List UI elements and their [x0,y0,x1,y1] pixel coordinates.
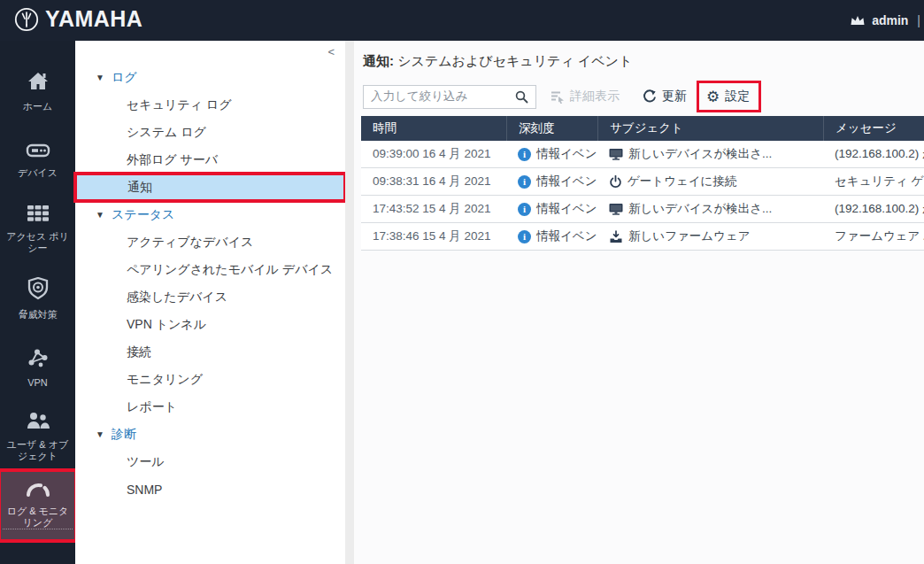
menu-item-reports[interactable]: レポート [75,393,345,421]
sidebar-item-label: ログ & モニタリング [3,506,73,529]
refresh-icon [643,89,657,104]
monitor-icon [609,148,623,160]
main-content: 通知: システムおよびセキュリティ イベント 入力して絞り込み [354,41,924,564]
sidebar-item-label: デバイス [18,167,58,179]
column-header-severity[interactable]: 深刻度 [506,116,597,141]
info-icon: i [518,203,531,216]
menu-section-diagnostics[interactable]: ▼ 診断 [75,421,345,448]
menu-item-paired-mobile-devices[interactable]: ペアリングされたモバイル デバイス [75,256,345,283]
info-icon: i [518,175,531,189]
table-row[interactable]: 17:38:46 15 4 月 2021 i 情報イベント 新しいファームウェア… [361,223,924,251]
users-icon [26,411,50,433]
grid-icon [27,205,50,225]
crown-icon [850,14,866,27]
secondary-menu: < ▼ ログ セキュリティ ログ システム ログ 外部ログ サーバ 通知 ▼ ス… [75,41,345,564]
column-header-subject[interactable]: サブジェクト [597,116,823,141]
sidebar-item-label: VPN [27,377,48,389]
filter-placeholder: 入力して絞り込み [371,89,515,104]
triangle-down-icon: ▼ [96,210,112,220]
table-row[interactable]: 09:39:00 16 4 月 2021 i 情報イベント 新しいデバイスが検出… [361,141,924,168]
menu-item-security-log[interactable]: セキュリティ ログ [75,91,345,119]
triangle-down-icon: ▼ [96,73,112,82]
sidebar-item-vpn[interactable]: VPN [0,333,75,402]
firmware-download-icon [609,230,623,243]
main-sidebar: ホーム デバイス アクセス ポリシー [0,41,75,564]
menu-item-connections[interactable]: 接続 [75,338,345,366]
sidebar-item-users-objects[interactable]: ユーザ & オブジェクト [0,402,75,471]
sidebar-item-threat-management[interactable]: 脅威対策 [0,264,75,333]
sidebar-item-label: ホーム [23,101,53,112]
filter-input[interactable]: 入力して絞り込み [363,85,536,109]
sidebar-item-devices[interactable]: デバイス [0,126,75,195]
detail-view-button[interactable]: 詳細表示 [551,89,620,104]
info-icon: i [518,230,531,243]
device-icon [26,143,50,161]
refresh-button[interactable]: 更新 [643,89,687,104]
page-title: 通知: システムおよびセキュリティ イベント [363,53,632,70]
menu-item-external-log-server[interactable]: 外部ログ サーバ [75,146,345,174]
triangle-down-icon: ▼ [96,429,112,439]
top-bar: YAMAHA admin | [0,0,924,41]
yamaha-logo: YAMAHA [14,6,142,32]
brand-name: YAMAHA [45,6,142,32]
user-menu[interactable]: admin | [850,0,920,41]
gauge-icon [26,482,50,499]
menu-item-infected-devices[interactable]: 感染したデバイス [75,283,345,311]
table-row[interactable]: 17:43:52 15 4 月 2021 i 情報イベント 新しいデバイスが検出… [361,196,924,223]
sidebar-item-logs-monitoring[interactable]: ログ & モニタリング [0,471,75,540]
column-header-time[interactable]: 時間 [361,116,506,141]
info-icon: i [518,148,531,161]
events-table: 時間 深刻度 サブジェクト メッセージ 09:39:00 16 4 月 2021… [361,116,924,251]
detail-list-cursor-icon [551,90,565,104]
sidebar-item-label: アクセス ポリシー [3,231,73,254]
yamaha-tuning-fork-icon [14,7,39,32]
menu-section-logs[interactable]: ▼ ログ [75,64,345,91]
collapse-menu-icon[interactable]: < [327,45,335,58]
sidebar-item-home[interactable]: ホーム [0,57,75,126]
monitor-icon [609,203,623,215]
menu-section-status[interactable]: ▼ ステータス [75,201,345,228]
menu-scrollbar-track[interactable] [345,41,354,564]
table-header-row: 時間 深刻度 サブジェクト メッセージ [361,116,924,141]
gear-icon: ⚙ [706,89,720,104]
username: admin [872,13,908,27]
menu-item-vpn-tunnels[interactable]: VPN トンネル [75,311,345,338]
menu-item-active-devices[interactable]: アクティブなデバイス [75,228,345,256]
sidebar-item-label: 脅威対策 [19,309,58,321]
topbar-divider: | [917,13,920,27]
vpn-nodes-icon [27,347,50,371]
table-row[interactable]: 09:38:31 16 4 月 2021 i 情報イベント ゲートウェイに接続 … [361,168,924,196]
home-icon [27,71,50,95]
sidebar-item-access-policies[interactable]: アクセス ポリシー [0,195,75,264]
power-icon [609,175,622,189]
menu-item-system-log[interactable]: システム ログ [75,119,345,146]
toolbar: 入力して絞り込み 詳細表示 [363,83,758,110]
search-icon [515,90,528,104]
settings-button[interactable]: ⚙ 設定 [699,83,758,110]
menu-item-snmp[interactable]: SNMP [75,475,345,503]
shield-icon [27,277,49,303]
menu-item-tools[interactable]: ツール [75,448,345,475]
sidebar-item-label: ユーザ & オブジェクト [3,439,73,462]
menu-item-notifications[interactable]: 通知 [75,174,345,201]
menu-item-monitoring[interactable]: モニタリング [75,366,345,393]
column-header-message[interactable]: メッセージ [823,116,924,141]
